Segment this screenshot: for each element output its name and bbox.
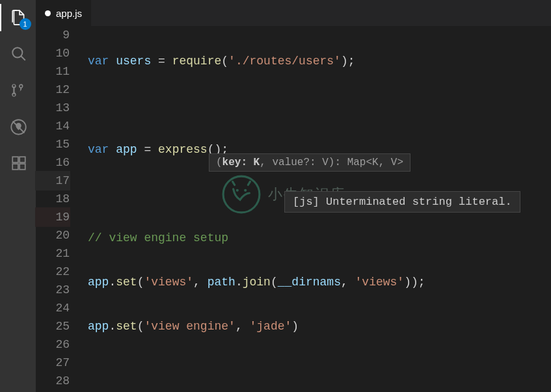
line-number-gutter: 9 10 11 12 13 14 15 16 17 18 19 20 21 22… xyxy=(36,26,88,392)
svg-line-1 xyxy=(21,56,25,60)
source-control-icon[interactable] xyxy=(9,81,29,100)
line-number: 18 xyxy=(36,190,70,208)
line-number: 16 xyxy=(36,153,70,172)
line-number: 20 xyxy=(36,226,70,244)
error-tooltip: [js] Unterminated string literal. xyxy=(284,191,520,213)
line-number: 24 xyxy=(36,299,70,317)
parameter-hint-popup: (key: K, value?: V): Map<K, V> xyxy=(209,153,410,172)
explorer-badge: 1 xyxy=(20,18,31,30)
dirty-indicator-icon xyxy=(45,10,51,16)
line-number: 14 xyxy=(36,117,70,135)
line-number: 17 xyxy=(36,172,70,190)
search-icon[interactable] xyxy=(9,44,29,64)
line-number: 28 xyxy=(36,372,70,390)
code-line: // view engine setup xyxy=(88,229,551,247)
line-number: 25 xyxy=(36,317,70,335)
svg-rect-5 xyxy=(12,164,18,170)
line-number: 13 xyxy=(36,99,70,117)
line-number: 23 xyxy=(36,281,70,299)
tab-label: app.js xyxy=(56,8,82,19)
code-line xyxy=(88,361,551,380)
line-number: 15 xyxy=(36,135,70,153)
line-number: 21 xyxy=(36,244,70,263)
svg-rect-4 xyxy=(12,157,18,163)
svg-rect-7 xyxy=(20,157,25,163)
line-number: 27 xyxy=(36,354,70,372)
line-number: 11 xyxy=(36,62,70,81)
activity-bar: 1 xyxy=(0,0,36,392)
tab-bar: app.js xyxy=(36,0,551,26)
text-editor[interactable]: 9 10 11 12 13 14 15 16 17 18 19 20 21 22… xyxy=(36,26,551,392)
line-number: 26 xyxy=(36,335,70,354)
svg-point-0 xyxy=(12,47,22,57)
code-line: app.set('views', path.join(__dirnams, 'v… xyxy=(88,273,551,291)
line-number: 9 xyxy=(36,26,70,44)
editor-group: app.js 9 10 11 12 13 14 15 16 17 18 19 2… xyxy=(36,0,551,392)
extensions-icon[interactable] xyxy=(9,153,29,173)
explorer-icon[interactable]: 1 xyxy=(9,8,29,27)
line-number: 22 xyxy=(36,263,70,281)
line-number: 10 xyxy=(36,44,70,62)
tab-app-js[interactable]: app.js xyxy=(36,0,91,26)
code-line: var users = require('./routes/users'); xyxy=(88,52,551,70)
code-line: app.set('view engine', 'jade') xyxy=(88,317,551,335)
line-number: 12 xyxy=(36,81,70,99)
code-line xyxy=(88,96,551,114)
svg-rect-6 xyxy=(20,164,25,170)
debug-icon[interactable] xyxy=(9,117,29,137)
line-number: 19 xyxy=(36,208,70,226)
